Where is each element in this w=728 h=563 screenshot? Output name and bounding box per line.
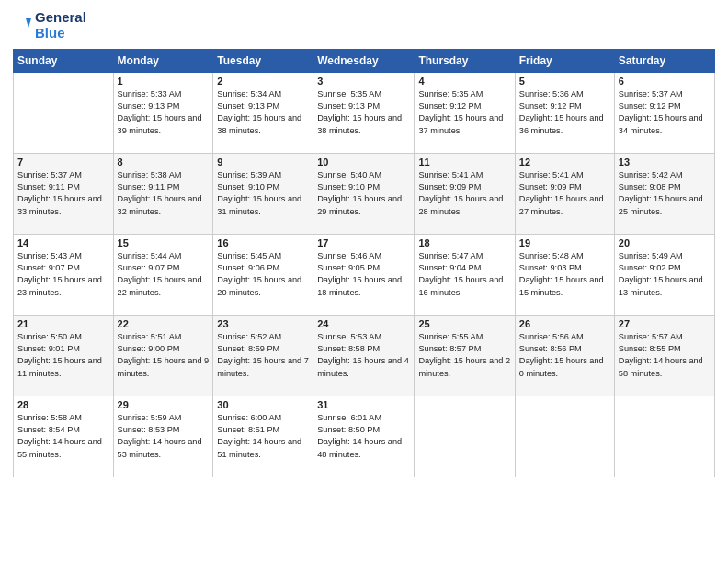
week-row-2: 7Sunrise: 5:37 AM Sunset: 9:11 PM Daylig…	[14, 153, 715, 234]
day-cell: 11Sunrise: 5:41 AM Sunset: 9:09 PM Dayli…	[415, 153, 515, 234]
day-info: Sunrise: 6:01 AM Sunset: 8:50 PM Dayligh…	[317, 412, 410, 461]
day-cell	[614, 396, 714, 477]
day-cell: 3Sunrise: 5:35 AM Sunset: 9:13 PM Daylig…	[313, 72, 415, 153]
day-number: 28	[17, 399, 109, 410]
day-number: 22	[118, 318, 210, 329]
day-info: Sunrise: 5:44 AM Sunset: 9:07 PM Dayligh…	[118, 250, 210, 299]
day-info: Sunrise: 5:35 AM Sunset: 9:13 PM Dayligh…	[317, 88, 410, 137]
day-number: 27	[619, 318, 711, 329]
day-number: 6	[619, 75, 711, 86]
day-cell: 26Sunrise: 5:56 AM Sunset: 8:56 PM Dayli…	[515, 315, 614, 396]
day-number: 30	[217, 399, 309, 410]
day-number: 5	[519, 75, 610, 86]
day-cell: 20Sunrise: 5:49 AM Sunset: 9:02 PM Dayli…	[614, 234, 714, 315]
day-number: 2	[217, 75, 309, 86]
week-row-5: 28Sunrise: 5:58 AM Sunset: 8:54 PM Dayli…	[14, 396, 715, 477]
svg-marker-0	[26, 18, 31, 28]
logo-general: General	[35, 9, 86, 25]
day-number: 23	[217, 318, 309, 329]
col-header-monday: Monday	[113, 49, 213, 72]
day-number: 19	[519, 237, 610, 248]
day-number: 20	[619, 237, 711, 248]
day-info: Sunrise: 5:38 AM Sunset: 9:11 PM Dayligh…	[118, 169, 210, 218]
day-info: Sunrise: 5:57 AM Sunset: 8:55 PM Dayligh…	[619, 331, 711, 380]
logo: General Blue	[13, 9, 86, 41]
day-info: Sunrise: 6:00 AM Sunset: 8:51 PM Dayligh…	[217, 412, 309, 461]
day-cell: 29Sunrise: 5:59 AM Sunset: 8:53 PM Dayli…	[113, 396, 213, 477]
day-number: 7	[17, 156, 109, 167]
day-number: 4	[418, 75, 510, 86]
day-cell: 18Sunrise: 5:47 AM Sunset: 9:04 PM Dayli…	[415, 234, 515, 315]
day-cell: 4Sunrise: 5:35 AM Sunset: 9:12 PM Daylig…	[415, 72, 515, 153]
day-number: 14	[17, 237, 109, 248]
week-row-1: 1Sunrise: 5:33 AM Sunset: 9:13 PM Daylig…	[14, 72, 715, 153]
day-number: 17	[317, 237, 410, 248]
day-info: Sunrise: 5:42 AM Sunset: 9:08 PM Dayligh…	[619, 169, 711, 218]
day-cell: 24Sunrise: 5:53 AM Sunset: 8:58 PM Dayli…	[313, 315, 415, 396]
day-info: Sunrise: 5:52 AM Sunset: 8:59 PM Dayligh…	[217, 331, 309, 380]
day-number: 10	[317, 156, 410, 167]
day-info: Sunrise: 5:46 AM Sunset: 9:05 PM Dayligh…	[317, 250, 410, 299]
day-info: Sunrise: 5:43 AM Sunset: 9:07 PM Dayligh…	[17, 250, 109, 299]
day-cell: 28Sunrise: 5:58 AM Sunset: 8:54 PM Dayli…	[14, 396, 114, 477]
col-header-tuesday: Tuesday	[213, 49, 313, 72]
day-cell: 27Sunrise: 5:57 AM Sunset: 8:55 PM Dayli…	[614, 315, 714, 396]
day-info: Sunrise: 5:34 AM Sunset: 9:13 PM Dayligh…	[217, 88, 309, 137]
day-cell: 14Sunrise: 5:43 AM Sunset: 9:07 PM Dayli…	[14, 234, 114, 315]
day-info: Sunrise: 5:53 AM Sunset: 8:58 PM Dayligh…	[317, 331, 410, 380]
week-row-3: 14Sunrise: 5:43 AM Sunset: 9:07 PM Dayli…	[14, 234, 715, 315]
day-cell: 16Sunrise: 5:45 AM Sunset: 9:06 PM Dayli…	[213, 234, 313, 315]
day-number: 24	[317, 318, 410, 329]
day-info: Sunrise: 5:37 AM Sunset: 9:12 PM Dayligh…	[619, 88, 711, 137]
day-number: 1	[118, 75, 210, 86]
day-cell: 10Sunrise: 5:40 AM Sunset: 9:10 PM Dayli…	[313, 153, 415, 234]
day-info: Sunrise: 5:37 AM Sunset: 9:11 PM Dayligh…	[17, 169, 109, 218]
page: General Blue SundayMondayTuesdayWednesda…	[0, 0, 728, 563]
day-number: 9	[217, 156, 309, 167]
day-info: Sunrise: 5:39 AM Sunset: 9:10 PM Dayligh…	[217, 169, 309, 218]
calendar: SundayMondayTuesdayWednesdayThursdayFrid…	[13, 49, 715, 477]
day-cell: 17Sunrise: 5:46 AM Sunset: 9:05 PM Dayli…	[313, 234, 415, 315]
day-info: Sunrise: 5:59 AM Sunset: 8:53 PM Dayligh…	[118, 412, 210, 461]
day-info: Sunrise: 5:41 AM Sunset: 9:09 PM Dayligh…	[519, 169, 610, 218]
day-number: 15	[118, 237, 210, 248]
day-cell: 7Sunrise: 5:37 AM Sunset: 9:11 PM Daylig…	[14, 153, 114, 234]
day-info: Sunrise: 5:40 AM Sunset: 9:10 PM Dayligh…	[317, 169, 410, 218]
day-cell: 6Sunrise: 5:37 AM Sunset: 9:12 PM Daylig…	[614, 72, 714, 153]
day-number: 29	[118, 399, 210, 410]
day-cell: 13Sunrise: 5:42 AM Sunset: 9:08 PM Dayli…	[614, 153, 714, 234]
logo-blue: Blue	[35, 25, 86, 40]
day-cell: 12Sunrise: 5:41 AM Sunset: 9:09 PM Dayli…	[515, 153, 614, 234]
day-info: Sunrise: 5:41 AM Sunset: 9:09 PM Dayligh…	[418, 169, 510, 218]
day-cell	[515, 396, 614, 477]
day-cell: 2Sunrise: 5:34 AM Sunset: 9:13 PM Daylig…	[213, 72, 313, 153]
day-info: Sunrise: 5:55 AM Sunset: 8:57 PM Dayligh…	[418, 331, 510, 380]
day-info: Sunrise: 5:56 AM Sunset: 8:56 PM Dayligh…	[519, 331, 610, 380]
day-info: Sunrise: 5:51 AM Sunset: 9:00 PM Dayligh…	[118, 331, 210, 380]
day-number: 13	[619, 156, 711, 167]
col-header-sunday: Sunday	[14, 49, 114, 72]
day-number: 8	[118, 156, 210, 167]
day-cell: 25Sunrise: 5:55 AM Sunset: 8:57 PM Dayli…	[415, 315, 515, 396]
col-header-saturday: Saturday	[614, 49, 714, 72]
day-cell: 19Sunrise: 5:48 AM Sunset: 9:03 PM Dayli…	[515, 234, 614, 315]
day-info: Sunrise: 5:35 AM Sunset: 9:12 PM Dayligh…	[418, 88, 510, 137]
day-number: 26	[519, 318, 610, 329]
day-number: 21	[17, 318, 109, 329]
day-cell: 22Sunrise: 5:51 AM Sunset: 9:00 PM Dayli…	[113, 315, 213, 396]
day-info: Sunrise: 5:33 AM Sunset: 9:13 PM Dayligh…	[118, 88, 210, 137]
day-cell: 30Sunrise: 6:00 AM Sunset: 8:51 PM Dayli…	[213, 396, 313, 477]
col-header-friday: Friday	[515, 49, 614, 72]
day-cell: 9Sunrise: 5:39 AM Sunset: 9:10 PM Daylig…	[213, 153, 313, 234]
day-cell: 23Sunrise: 5:52 AM Sunset: 8:59 PM Dayli…	[213, 315, 313, 396]
day-cell	[415, 396, 515, 477]
day-number: 3	[317, 75, 410, 86]
col-header-wednesday: Wednesday	[313, 49, 415, 72]
calendar-header-row: SundayMondayTuesdayWednesdayThursdayFrid…	[14, 49, 715, 72]
day-number: 11	[418, 156, 510, 167]
col-header-thursday: Thursday	[415, 49, 515, 72]
day-number: 16	[217, 237, 309, 248]
day-info: Sunrise: 5:58 AM Sunset: 8:54 PM Dayligh…	[17, 412, 109, 461]
week-row-4: 21Sunrise: 5:50 AM Sunset: 9:01 PM Dayli…	[14, 315, 715, 396]
day-cell: 5Sunrise: 5:36 AM Sunset: 9:12 PM Daylig…	[515, 72, 614, 153]
